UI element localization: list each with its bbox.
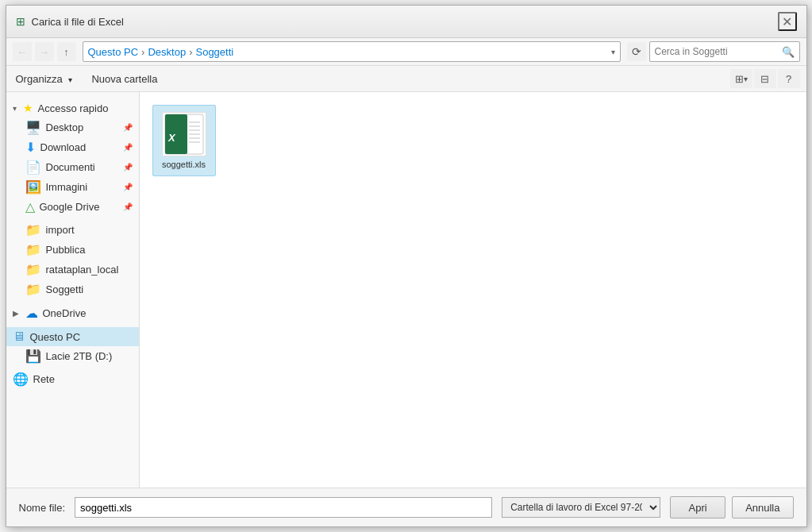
navigation-toolbar: ← → ↑ Questo PC › Desktop › Soggetti ▾ ⟳… xyxy=(6,38,806,66)
help-button[interactable]: ? xyxy=(778,69,800,88)
view-buttons: ⊞▾ ⊟ ? xyxy=(730,69,800,88)
quick-access-label: Accesso rapido xyxy=(38,102,109,114)
thispc-icon: 🖥 xyxy=(13,330,25,344)
desktop-pin: 📌 xyxy=(123,123,133,132)
sidebar-item-lacie[interactable]: 💾 Lacie 2TB (D:) xyxy=(6,346,139,366)
filename-input[interactable] xyxy=(75,497,492,518)
crumb-desktop[interactable]: Desktop xyxy=(148,46,186,58)
desktop-label: Desktop xyxy=(46,121,84,133)
organize-arrow: ▾ xyxy=(68,75,72,84)
sidebar-item-desktop[interactable]: 🖥️ Desktop 📌 xyxy=(6,118,139,137)
crumb-soggetti[interactable]: Soggetti xyxy=(195,46,233,58)
svg-rect-3 xyxy=(189,125,200,127)
onedrive-icon: ☁ xyxy=(25,306,38,321)
refresh-button[interactable]: ⟳ xyxy=(627,42,646,61)
search-input[interactable] xyxy=(655,46,779,57)
excel-title-icon: ⊞ xyxy=(16,15,25,28)
sidebar-item-documenti[interactable]: 📄 Documenti 📌 xyxy=(6,157,139,177)
preview-button[interactable]: ⊟ xyxy=(754,69,776,88)
import-icon: 📁 xyxy=(25,222,41,237)
new-folder-button[interactable]: Nuova cartella xyxy=(88,71,160,87)
svg-rect-2 xyxy=(189,121,200,123)
pubblica-label: Pubblica xyxy=(46,244,86,256)
immagini-pin: 📌 xyxy=(123,183,133,191)
download-icon: ⬇ xyxy=(25,140,36,155)
sidebar: ▾ ★ Accesso rapido 🖥️ Desktop 📌 ⬇ Downlo… xyxy=(6,92,140,488)
onedrive-header[interactable]: ▶ ☁ OneDrive xyxy=(6,303,139,324)
bottom-bar: Nome file: Cartella di lavoro di Excel 9… xyxy=(6,488,806,526)
filename-label: Nome file: xyxy=(19,502,66,514)
sidebar-item-import[interactable]: 📁 import xyxy=(6,220,139,240)
sidebar-item-thispc[interactable]: 🖥 Questo PC xyxy=(6,327,139,346)
googledrive-pin: 📌 xyxy=(123,202,133,211)
quick-access-star: ★ xyxy=(23,102,33,114)
quick-access-arrow: ▾ xyxy=(13,104,17,113)
svg-text:X: X xyxy=(167,132,176,144)
network-section: 🌐 Rete xyxy=(6,369,139,389)
open-button[interactable]: Apri xyxy=(670,496,725,519)
svg-rect-5 xyxy=(189,133,200,135)
download-label: Download xyxy=(40,141,87,153)
svg-rect-4 xyxy=(189,129,200,131)
import-label: import xyxy=(46,224,75,236)
lacie-label: Lacie 2TB (D:) xyxy=(46,350,113,362)
view-toggle-button[interactable]: ⊞▾ xyxy=(730,69,752,88)
excel-file-icon: X xyxy=(162,112,206,156)
sep-1: › xyxy=(141,46,144,58)
quick-access-header[interactable]: ▾ ★ Accesso rapido xyxy=(6,98,139,118)
search-icon: 🔍 xyxy=(782,46,795,58)
address-dropdown-arrow[interactable]: ▾ xyxy=(611,48,615,56)
sidebar-item-download[interactable]: ⬇ Download 📌 xyxy=(6,137,139,157)
up-button[interactable]: ↑ xyxy=(57,42,76,61)
pubblica-icon: 📁 xyxy=(25,242,41,257)
quick-access-section: ▾ ★ Accesso rapido 🖥️ Desktop 📌 ⬇ Downlo… xyxy=(6,98,139,217)
sidebar-item-soggetti[interactable]: 📁 Soggetti xyxy=(6,279,139,299)
ratataplan-label: ratataplan_local xyxy=(46,264,119,276)
thispc-section: 🖥 Questo PC 💾 Lacie 2TB (D:) xyxy=(6,327,139,366)
action-buttons: Apri Annulla xyxy=(670,496,793,519)
sep-2: › xyxy=(189,46,192,58)
soggetti-label: Soggetti xyxy=(46,283,84,295)
network-icon: 🌐 xyxy=(13,372,29,387)
docs-icon: 📄 xyxy=(25,160,41,175)
download-pin: 📌 xyxy=(123,143,133,152)
onedrive-section: ▶ ☁ OneDrive xyxy=(6,303,139,324)
svg-rect-7 xyxy=(189,141,200,143)
title-bar-left: ⊞ Carica il file di Excel xyxy=(16,15,124,28)
folders-section: 📁 import 📁 Pubblica 📁 ratataplan_local 📁… xyxy=(6,220,139,299)
main-area: ▾ ★ Accesso rapido 🖥️ Desktop 📌 ⬇ Downlo… xyxy=(6,92,806,488)
dialog-title: Carica il file di Excel xyxy=(32,16,124,28)
documenti-pin: 📌 xyxy=(123,163,133,172)
thispc-label: Questo PC xyxy=(30,331,81,343)
file-item-soggetti[interactable]: X soggetti.xls xyxy=(152,105,216,176)
address-bar[interactable]: Questo PC › Desktop › Soggetti ▾ xyxy=(83,41,621,62)
lacie-icon: 💾 xyxy=(25,349,41,364)
googledrive-label: Google Drive xyxy=(40,201,100,213)
cancel-button[interactable]: Annulla xyxy=(732,496,793,519)
file-dialog: ⊞ Carica il file di Excel ✕ ← → ↑ Questo… xyxy=(6,5,807,527)
sidebar-item-immagini[interactable]: 🖼️ Immagini 📌 xyxy=(6,177,139,197)
sidebar-item-ratataplan[interactable]: 📁 ratataplan_local xyxy=(6,260,139,279)
organize-menu[interactable]: Organizza ▾ xyxy=(13,71,76,87)
ratataplan-icon: 📁 xyxy=(25,262,41,277)
content-area: X soggetti.xls xyxy=(140,92,806,488)
close-button[interactable]: ✕ xyxy=(778,12,797,31)
search-box: 🔍 xyxy=(649,41,800,62)
title-bar: ⊞ Carica il file di Excel ✕ xyxy=(6,6,806,38)
crumb-thispc[interactable]: Questo PC xyxy=(88,46,139,58)
sidebar-item-google-drive[interactable]: △ Google Drive 📌 xyxy=(6,197,139,217)
onedrive-label: OneDrive xyxy=(43,307,87,319)
sidebar-item-network[interactable]: 🌐 Rete xyxy=(6,369,139,389)
documenti-label: Documenti xyxy=(46,161,95,173)
network-label: Rete xyxy=(33,373,55,385)
filetype-select[interactable]: Cartella di lavoro di Excel 97-20 xyxy=(502,497,660,518)
soggetti-icon: 📁 xyxy=(25,282,41,297)
svg-rect-6 xyxy=(189,137,200,139)
sidebar-item-pubblica[interactable]: 📁 Pubblica xyxy=(6,240,139,260)
back-button[interactable]: ← xyxy=(13,42,32,61)
forward-button[interactable]: → xyxy=(35,42,54,61)
excel-svg: X xyxy=(164,114,205,155)
menu-bar: Organizza ▾ Nuova cartella ⊞▾ ⊟ ? xyxy=(6,66,806,92)
file-name-label: soggetti.xls xyxy=(162,160,206,169)
immagini-label: Immagini xyxy=(46,181,88,193)
